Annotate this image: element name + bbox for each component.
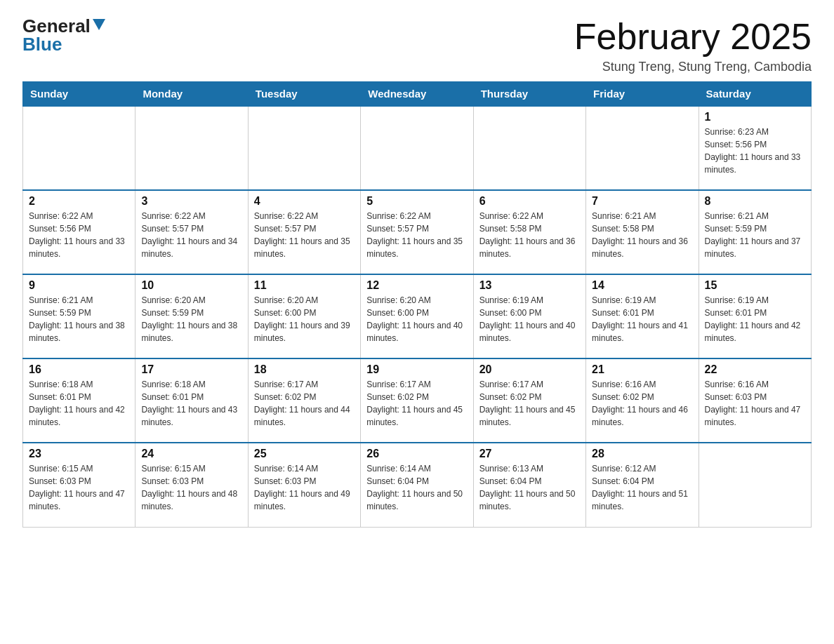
logo-triangle-icon (93, 19, 105, 30)
day-info: Sunrise: 6:13 AM Sunset: 6:04 PM Dayligh… (479, 462, 580, 513)
day-number: 18 (254, 363, 355, 376)
weekday-header-wednesday: Wednesday (361, 82, 473, 107)
calendar-cell (699, 443, 811, 527)
calendar-cell (473, 106, 585, 190)
calendar-cell: 12Sunrise: 6:20 AM Sunset: 6:00 PM Dayli… (361, 274, 473, 358)
day-number: 24 (141, 448, 241, 460)
calendar-cell: 10Sunrise: 6:20 AM Sunset: 5:59 PM Dayli… (135, 274, 248, 358)
calendar-cell: 7Sunrise: 6:21 AM Sunset: 5:58 PM Daylig… (586, 190, 699, 274)
calendar-cell: 20Sunrise: 6:17 AM Sunset: 6:02 PM Dayli… (473, 358, 585, 443)
calendar-cell: 26Sunrise: 6:14 AM Sunset: 6:04 PM Dayli… (361, 443, 473, 527)
calendar-table: SundayMondayTuesdayWednesdayThursdayFrid… (22, 81, 812, 528)
day-info: Sunrise: 6:21 AM Sunset: 5:58 PM Dayligh… (592, 210, 692, 260)
calendar-cell: 24Sunrise: 6:15 AM Sunset: 6:03 PM Dayli… (135, 443, 248, 527)
day-number: 25 (254, 448, 355, 460)
day-info: Sunrise: 6:20 AM Sunset: 5:59 PM Dayligh… (141, 294, 241, 344)
day-number: 19 (366, 363, 467, 376)
day-number: 22 (705, 363, 805, 376)
calendar-cell: 5Sunrise: 6:22 AM Sunset: 5:57 PM Daylig… (361, 190, 473, 274)
day-number: 16 (29, 363, 129, 376)
weekday-header-row: SundayMondayTuesdayWednesdayThursdayFrid… (23, 82, 812, 107)
calendar-cell: 17Sunrise: 6:18 AM Sunset: 6:01 PM Dayli… (135, 358, 248, 443)
calendar-cell: 1Sunrise: 6:23 AM Sunset: 5:56 PM Daylig… (699, 106, 811, 190)
calendar-cell: 3Sunrise: 6:22 AM Sunset: 5:57 PM Daylig… (135, 190, 248, 274)
day-info: Sunrise: 6:20 AM Sunset: 6:00 PM Dayligh… (366, 294, 467, 344)
day-info: Sunrise: 6:18 AM Sunset: 6:01 PM Dayligh… (29, 378, 129, 429)
day-number: 26 (366, 448, 467, 460)
calendar-cell: 9Sunrise: 6:21 AM Sunset: 5:59 PM Daylig… (23, 274, 135, 358)
weekday-header-thursday: Thursday (473, 82, 585, 107)
location-subtitle: Stung Treng, Stung Treng, Cambodia (574, 60, 812, 74)
calendar-cell: 11Sunrise: 6:20 AM Sunset: 6:00 PM Dayli… (248, 274, 360, 358)
logo-general-text: General (22, 17, 91, 35)
calendar-week-1: 1Sunrise: 6:23 AM Sunset: 5:56 PM Daylig… (23, 106, 812, 190)
day-number: 13 (479, 279, 580, 292)
day-info: Sunrise: 6:16 AM Sunset: 6:03 PM Dayligh… (705, 378, 805, 429)
day-info: Sunrise: 6:19 AM Sunset: 6:00 PM Dayligh… (479, 294, 580, 344)
calendar-cell: 6Sunrise: 6:22 AM Sunset: 5:58 PM Daylig… (473, 190, 585, 274)
calendar-cell: 28Sunrise: 6:12 AM Sunset: 6:04 PM Dayli… (586, 443, 699, 527)
day-info: Sunrise: 6:23 AM Sunset: 5:56 PM Dayligh… (705, 126, 805, 176)
calendar-cell (23, 106, 135, 190)
day-number: 28 (592, 448, 692, 460)
weekday-header-tuesday: Tuesday (248, 82, 360, 107)
day-info: Sunrise: 6:16 AM Sunset: 6:02 PM Dayligh… (592, 378, 692, 429)
calendar-cell: 2Sunrise: 6:22 AM Sunset: 5:56 PM Daylig… (23, 190, 135, 274)
day-number: 23 (29, 448, 129, 460)
day-info: Sunrise: 6:19 AM Sunset: 6:01 PM Dayligh… (705, 294, 805, 344)
day-number: 15 (705, 279, 805, 292)
weekday-header-saturday: Saturday (699, 82, 811, 107)
calendar-header: SundayMondayTuesdayWednesdayThursdayFrid… (23, 82, 812, 107)
day-info: Sunrise: 6:18 AM Sunset: 6:01 PM Dayligh… (141, 378, 241, 429)
calendar-cell: 25Sunrise: 6:14 AM Sunset: 6:03 PM Dayli… (248, 443, 360, 527)
calendar-week-3: 9Sunrise: 6:21 AM Sunset: 5:59 PM Daylig… (23, 274, 812, 358)
calendar-cell: 18Sunrise: 6:17 AM Sunset: 6:02 PM Dayli… (248, 358, 360, 443)
logo: General Blue (22, 17, 105, 53)
calendar-week-4: 16Sunrise: 6:18 AM Sunset: 6:01 PM Dayli… (23, 358, 812, 443)
calendar-cell: 22Sunrise: 6:16 AM Sunset: 6:03 PM Dayli… (699, 358, 811, 443)
page-header: General Blue February 2025 Stung Treng, … (22, 17, 812, 74)
calendar-cell: 14Sunrise: 6:19 AM Sunset: 6:01 PM Dayli… (586, 274, 699, 358)
day-info: Sunrise: 6:22 AM Sunset: 5:57 PM Dayligh… (254, 210, 355, 260)
day-info: Sunrise: 6:22 AM Sunset: 5:56 PM Dayligh… (29, 210, 129, 260)
day-number: 10 (141, 279, 241, 292)
day-info: Sunrise: 6:21 AM Sunset: 5:59 PM Dayligh… (705, 210, 805, 260)
day-info: Sunrise: 6:17 AM Sunset: 6:02 PM Dayligh… (254, 378, 355, 429)
day-number: 27 (479, 448, 580, 460)
day-number: 14 (592, 279, 692, 292)
day-info: Sunrise: 6:21 AM Sunset: 5:59 PM Dayligh… (29, 294, 129, 344)
day-number: 21 (592, 363, 692, 376)
calendar-cell (248, 106, 360, 190)
day-info: Sunrise: 6:20 AM Sunset: 6:00 PM Dayligh… (254, 294, 355, 344)
day-number: 5 (366, 195, 467, 208)
day-info: Sunrise: 6:17 AM Sunset: 6:02 PM Dayligh… (479, 378, 580, 429)
weekday-header-monday: Monday (135, 82, 248, 107)
day-info: Sunrise: 6:17 AM Sunset: 6:02 PM Dayligh… (366, 378, 467, 429)
calendar-cell (135, 106, 248, 190)
day-number: 17 (141, 363, 241, 376)
day-info: Sunrise: 6:12 AM Sunset: 6:04 PM Dayligh… (592, 462, 692, 513)
day-number: 7 (592, 195, 692, 208)
calendar-week-5: 23Sunrise: 6:15 AM Sunset: 6:03 PM Dayli… (23, 443, 812, 527)
calendar-cell (586, 106, 699, 190)
day-number: 20 (479, 363, 580, 376)
weekday-header-sunday: Sunday (23, 82, 135, 107)
calendar-cell: 16Sunrise: 6:18 AM Sunset: 6:01 PM Dayli… (23, 358, 135, 443)
day-number: 11 (254, 279, 355, 292)
day-info: Sunrise: 6:22 AM Sunset: 5:58 PM Dayligh… (479, 210, 580, 260)
day-number: 3 (141, 195, 241, 208)
calendar-cell: 4Sunrise: 6:22 AM Sunset: 5:57 PM Daylig… (248, 190, 360, 274)
day-number: 1 (705, 111, 805, 123)
calendar-body: 1Sunrise: 6:23 AM Sunset: 5:56 PM Daylig… (23, 106, 812, 527)
day-number: 2 (29, 195, 129, 208)
day-info: Sunrise: 6:15 AM Sunset: 6:03 PM Dayligh… (29, 462, 129, 513)
day-number: 9 (29, 279, 129, 292)
calendar-cell (361, 106, 473, 190)
day-info: Sunrise: 6:22 AM Sunset: 5:57 PM Dayligh… (141, 210, 241, 260)
calendar-cell: 23Sunrise: 6:15 AM Sunset: 6:03 PM Dayli… (23, 443, 135, 527)
calendar-cell: 8Sunrise: 6:21 AM Sunset: 5:59 PM Daylig… (699, 190, 811, 274)
calendar-cell: 19Sunrise: 6:17 AM Sunset: 6:02 PM Dayli… (361, 358, 473, 443)
weekday-header-friday: Friday (586, 82, 699, 107)
day-number: 4 (254, 195, 355, 208)
day-info: Sunrise: 6:14 AM Sunset: 6:04 PM Dayligh… (366, 462, 467, 513)
